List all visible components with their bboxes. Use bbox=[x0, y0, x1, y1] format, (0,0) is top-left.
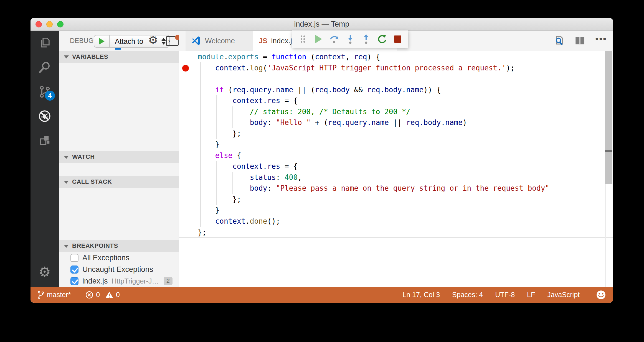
activity-explorer[interactable] bbox=[31, 31, 59, 55]
status-item[interactable]: Spaces: 4 bbox=[452, 291, 483, 299]
code-token: { bbox=[232, 151, 241, 160]
scm-badge: 4 bbox=[45, 91, 55, 101]
overview-cursor-mark bbox=[605, 150, 612, 152]
search-icon bbox=[38, 61, 51, 74]
step-over-button[interactable] bbox=[328, 33, 341, 45]
code-token: log bbox=[250, 64, 263, 72]
code-token: context.res bbox=[232, 162, 280, 170]
call-stack-body[interactable] bbox=[59, 188, 179, 240]
breakpoint-label: Uncaught Exceptions bbox=[82, 265, 153, 274]
problems-status[interactable]: 0 0 bbox=[85, 291, 120, 299]
error-count: 0 bbox=[96, 291, 100, 299]
code-token: , bbox=[298, 173, 302, 182]
code-token: . bbox=[224, 53, 228, 61]
start-debug-button[interactable] bbox=[94, 35, 110, 47]
code-line[interactable]: context.done(); bbox=[179, 216, 613, 227]
status-item[interactable]: Ln 17, Col 3 bbox=[402, 291, 440, 299]
scrollbar-thumb[interactable] bbox=[605, 51, 612, 184]
git-branch-status[interactable]: master* bbox=[37, 290, 71, 299]
extensions-icon bbox=[38, 134, 51, 147]
zoom-window-button[interactable] bbox=[57, 21, 64, 27]
editor-pane[interactable]: module.exports = function (context, req)… bbox=[179, 51, 613, 287]
code-line[interactable]: }; bbox=[179, 227, 613, 238]
watch-body[interactable] bbox=[59, 163, 179, 176]
breakpoint-dot[interactable] bbox=[182, 65, 189, 72]
stop-icon bbox=[394, 35, 401, 43]
code-line[interactable]: }; bbox=[179, 128, 613, 139]
debug-console-button[interactable]: › bbox=[166, 36, 179, 46]
more-actions-icon[interactable]: ••• bbox=[595, 36, 607, 45]
code-token bbox=[198, 118, 250, 127]
code-token: (); bbox=[267, 217, 280, 225]
code-token: exports bbox=[228, 53, 259, 61]
activity-extensions[interactable] bbox=[31, 128, 59, 153]
code-line[interactable]: body: "Hello " + (req.query.name || req.… bbox=[179, 117, 613, 128]
code-line[interactable]: } bbox=[179, 205, 613, 216]
code-line[interactable] bbox=[179, 73, 613, 85]
code-token: )) { bbox=[424, 86, 441, 94]
section-breakpoints[interactable]: BREAKPOINTS bbox=[59, 240, 179, 252]
code-token: + ( bbox=[311, 118, 328, 127]
code-token: context.res bbox=[232, 96, 280, 105]
settings-gear-button[interactable]: ⚙ bbox=[31, 264, 59, 280]
section-call-stack[interactable]: CALL STACK bbox=[59, 176, 179, 188]
status-item[interactable]: JavaScript bbox=[547, 291, 580, 299]
breakpoint-row[interactable]: All Exceptions bbox=[59, 252, 179, 264]
debug-icon bbox=[38, 109, 51, 123]
indent-guide bbox=[216, 95, 217, 139]
variables-body[interactable] bbox=[59, 63, 179, 151]
breakpoint-checkbox[interactable] bbox=[70, 254, 78, 262]
code-lines: module.exports = function (context, req)… bbox=[179, 52, 613, 238]
minimize-window-button[interactable] bbox=[46, 21, 53, 27]
code-line[interactable]: context.log('JavaScript HTTP trigger fun… bbox=[179, 63, 613, 74]
section-variables[interactable]: VARIABLES bbox=[59, 51, 179, 63]
restart-button[interactable] bbox=[376, 33, 388, 45]
code-line[interactable]: } bbox=[179, 139, 613, 150]
code-line[interactable]: body: "Please pass a name on the query s… bbox=[179, 183, 613, 194]
code-token: status bbox=[250, 173, 276, 182]
status-item[interactable]: UTF-8 bbox=[495, 291, 515, 299]
open-preview-icon[interactable] bbox=[553, 35, 565, 47]
step-into-button[interactable] bbox=[344, 33, 356, 45]
code-token: req bbox=[354, 53, 367, 61]
step-out-button[interactable] bbox=[360, 33, 372, 45]
configure-debug-button[interactable]: ⚙ bbox=[148, 34, 158, 46]
code-line[interactable]: context.res = { bbox=[179, 161, 613, 172]
code-token: , bbox=[345, 53, 354, 61]
code-token: : bbox=[267, 118, 276, 127]
stop-button[interactable] bbox=[392, 33, 404, 45]
code-line[interactable]: // status: 200, /* Defaults to 200 */ bbox=[179, 106, 613, 118]
code-line[interactable]: module.exports = function (context, req)… bbox=[179, 52, 613, 63]
toolbar-drag-handle[interactable] bbox=[297, 33, 309, 45]
feedback-smiley-icon[interactable] bbox=[596, 290, 606, 300]
continue-button[interactable] bbox=[313, 33, 325, 45]
status-bar: master* 0 0 Ln 17, Col 3Spaces: 4UTF-8LF… bbox=[31, 287, 613, 303]
breakpoint-checkbox[interactable] bbox=[70, 277, 78, 285]
activity-bar: 4 ⚙ bbox=[31, 31, 59, 287]
code-line[interactable]: status: 400, bbox=[179, 172, 613, 183]
editor-actions: ••• bbox=[553, 31, 607, 51]
close-window-button[interactable] bbox=[36, 21, 42, 27]
split-editor-icon[interactable] bbox=[574, 35, 586, 47]
code-token: req.query.name bbox=[328, 118, 389, 127]
breakpoint-row[interactable]: Uncaught Exceptions bbox=[59, 264, 179, 275]
tab-welcome[interactable]: Welcome bbox=[186, 31, 253, 51]
activity-source-control[interactable]: 4 bbox=[31, 80, 59, 104]
code-line[interactable]: if (req.query.name || (req.body && req.b… bbox=[179, 85, 613, 96]
breakpoint-count-badge: 2 bbox=[164, 277, 173, 285]
activity-debug[interactable] bbox=[31, 104, 59, 128]
activity-search[interactable] bbox=[31, 55, 59, 80]
code-line[interactable]: else { bbox=[179, 150, 613, 161]
breakpoint-row[interactable]: index.jsHttpTrigger-Jav…2 bbox=[59, 275, 179, 287]
code-line[interactable]: context.res = { bbox=[179, 95, 613, 106]
chevron-expanded-icon bbox=[64, 181, 69, 184]
section-watch[interactable]: WATCH bbox=[59, 151, 179, 163]
status-item[interactable]: LF bbox=[527, 291, 535, 299]
code-token: = { bbox=[280, 96, 298, 105]
code-token: // status: 200, /* Defaults to 200 */ bbox=[250, 108, 410, 116]
grip-dots-icon bbox=[299, 34, 307, 44]
launch-config-select[interactable]: Attach to bbox=[110, 37, 169, 46]
breakpoint-checkbox[interactable] bbox=[70, 266, 78, 274]
code-line[interactable]: }; bbox=[179, 194, 613, 205]
code-token bbox=[198, 173, 250, 182]
